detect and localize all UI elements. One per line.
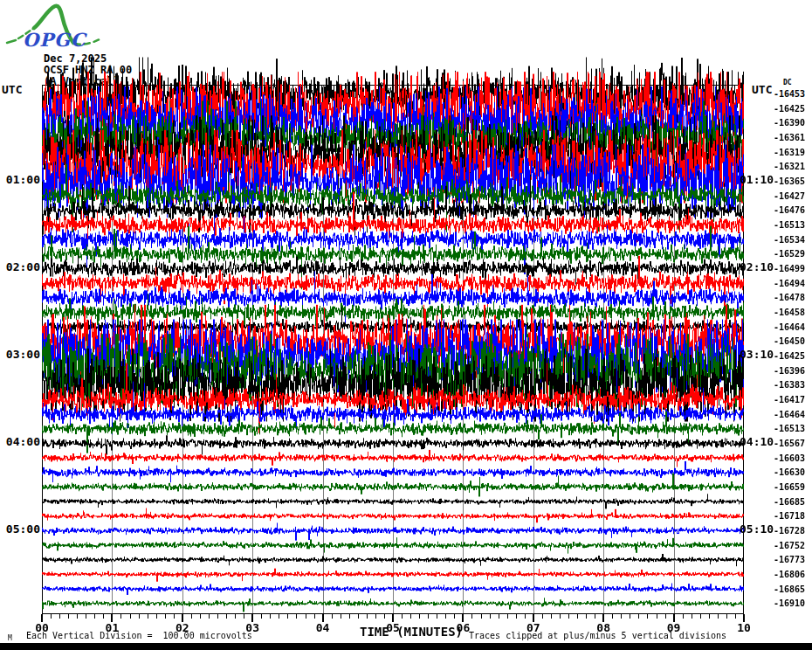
x-minor-tick [402,614,403,619]
seismogram-traces [42,0,744,650]
x-minor-tick [516,614,517,619]
dc-value: -16534 [774,235,805,245]
right-utc-label: UTC [752,84,772,96]
dc-value: -16513 [774,220,805,230]
x-minor-tick [375,614,376,619]
x-minor-tick [103,614,104,619]
x-minor-tick [621,614,622,619]
x-minor-tick [735,614,736,619]
dc-value: -16659 [774,482,805,492]
dc-value: -16383 [774,380,805,390]
x-minor-tick [77,614,78,619]
x-minor-tick [94,614,95,619]
x-minor-tick [130,614,131,619]
x-minor-tick [726,614,727,619]
x-minor-tick [692,614,692,619]
bottom-bar [0,643,812,650]
hour-label: 04:00 [0,436,41,450]
dc-value: -16499 [774,264,805,273]
hour-label: 02:00 [0,261,41,275]
dc-value: -16425 [774,351,805,361]
x-minor-tick [165,614,166,619]
dc-value: -16476 [774,205,805,215]
footer-corner-glyph: M [8,633,12,643]
dc-value: -16390 [774,118,805,128]
x-minor-tick [156,614,157,619]
dc-value: -16685 [774,497,805,507]
x-minor-tick [428,614,429,619]
x-minor-tick [551,614,552,619]
x-minor-tick [270,614,271,619]
dc-value: -16567 [774,439,805,448]
x-minor-tick [683,614,684,619]
dc-value: -16910 [774,598,805,608]
x-minor-tick [437,614,437,619]
x-axis-title: TIME (MINUTES) [360,626,463,638]
x-minor-tick [174,614,175,619]
x-minor-tick [367,614,368,619]
x-minor-tick [586,614,587,619]
x-minor-tick [358,614,359,619]
footer-scale-note: Each Vertical Division = 100.00 microvol… [26,631,252,640]
x-minor-tick [279,614,279,619]
hour-label: 05:10 [740,523,774,537]
x-minor-tick [341,614,341,619]
dc-value: -16365 [774,176,805,186]
x-minor-tick [507,614,508,619]
hour-label: 02:10 [740,261,774,275]
dc-value: -16529 [774,249,805,259]
dc-value: -16450 [774,336,805,346]
x-tick-label: 10 [732,622,756,634]
x-minor-tick [314,614,315,619]
dc-value: -16865 [774,584,805,594]
x-minor-tick [217,614,218,619]
x-minor-tick [261,614,262,619]
x-minor-tick [244,614,244,619]
x-minor-tick [630,614,630,619]
x-minor-tick [577,614,578,619]
x-minor-tick [191,614,192,619]
x-minor-tick [471,614,472,619]
x-minor-tick [349,614,350,619]
x-minor-tick [51,614,52,619]
x-minor-tick [296,614,297,619]
x-minor-tick [490,614,491,619]
hour-label: 03:10 [740,349,774,363]
x-minor-tick [718,614,719,619]
x-minor-tick [419,614,420,619]
logo-dash-left [7,40,16,43]
x-minor-tick [384,614,385,619]
x-minor-tick [445,614,446,619]
x-minor-tick [525,614,526,619]
dc-value: -16718 [774,511,805,521]
x-minor-tick [638,614,639,619]
x-minor-tick [139,614,140,619]
dc-value: -16464 [774,410,805,419]
x-minor-tick [454,614,455,619]
x-minor-tick [148,614,148,619]
x-minor-tick [657,614,657,619]
dc-value: -16806 [774,570,805,579]
x-minor-tick [59,614,60,619]
x-minor-tick [560,614,561,619]
dc-value: -16361 [774,133,805,142]
x-minor-tick [86,614,86,619]
x-minor-tick [209,614,210,619]
x-minor-tick [120,614,121,619]
x-minor-tick [332,614,333,619]
hour-label: 01:10 [740,174,774,188]
x-minor-tick [287,614,288,619]
x-minor-tick [226,614,227,619]
left-utc-label: UTC [2,84,22,96]
dc-value: -16417 [774,395,805,405]
x-minor-tick [709,614,710,619]
footer-clip-note: Traces clipped at plus/minus 5 vertical … [469,631,726,640]
x-minor-tick [499,614,499,619]
x-minor-tick [568,614,569,619]
x-minor-tick [612,614,613,619]
dc-value: -16453 [774,89,805,99]
x-minor-tick [306,614,306,619]
dc-label: DC [783,79,792,86]
x-minor-tick [68,614,69,619]
x-minor-tick [542,614,543,619]
